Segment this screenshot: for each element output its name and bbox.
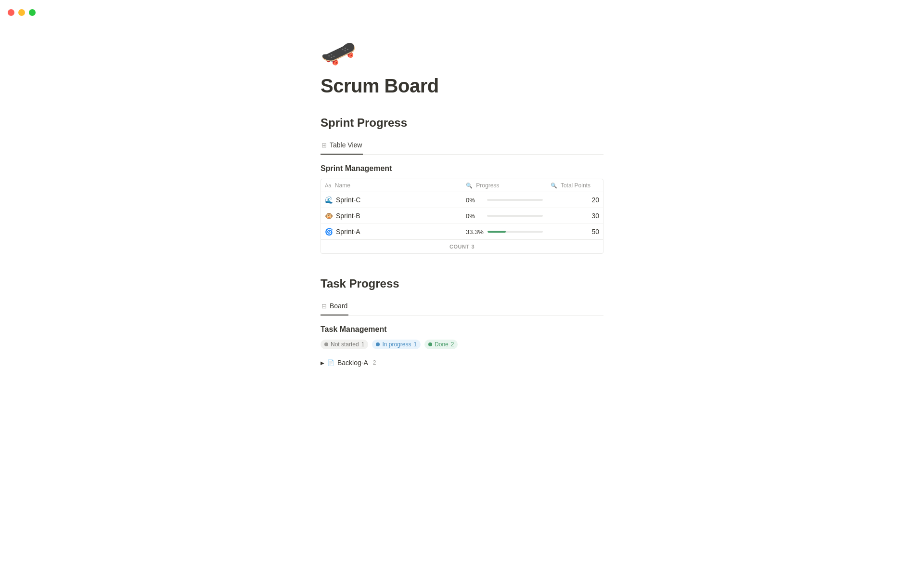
- sprint-progress-pct: 0%: [466, 197, 483, 204]
- progress-bar-bg: [487, 199, 543, 201]
- sprint-emoji: 🌀: [325, 228, 333, 236]
- sprint-name: Sprint-B: [336, 212, 360, 220]
- badge-not-started-count: 1: [361, 341, 365, 348]
- badge-in-progress[interactable]: In progress 1: [372, 340, 421, 349]
- sprint-table-wrapper: Aa Name 🔍 Progress 🔍 Total Points: [321, 179, 603, 254]
- sprint-count-row: COUNT 3: [321, 239, 603, 253]
- sprint-emoji: 🌊: [325, 196, 333, 204]
- col-header-name: Aa Name: [321, 179, 462, 192]
- progress-bar-bg: [487, 215, 543, 217]
- status-badges-row: Not started 1 In progress 1 Done 2: [321, 340, 603, 349]
- dot-in-progress: [376, 342, 380, 346]
- sprint-view-tabs: ⊞ Table View: [321, 137, 603, 155]
- sprint-row-points-cell: 50: [547, 224, 603, 240]
- sprint-row-points-cell: 30: [547, 208, 603, 224]
- count-value: 3: [471, 244, 475, 250]
- sprint-row-progress-cell: 0%: [462, 208, 547, 224]
- progress-bar-bg: [488, 231, 543, 233]
- sprint-progress-title: Sprint Progress: [321, 116, 603, 130]
- count-label: COUNT: [449, 244, 470, 250]
- dot-not-started: [324, 342, 328, 346]
- tab-board-view-label: Board: [330, 302, 347, 310]
- sprint-progress-pct: 0%: [466, 212, 483, 220]
- backlog-count: 2: [373, 359, 376, 366]
- main-content: 🛹 Scrum Board Sprint Progress ⊞ Table Vi…: [274, 0, 650, 428]
- page-icon: 🛹: [321, 39, 603, 67]
- sprint-row-progress-cell: 33.3%: [462, 224, 547, 240]
- sprint-table-row[interactable]: 🌀 Sprint-A 33.3% 50: [321, 224, 603, 240]
- tab-table-view-label: Table View: [330, 141, 362, 149]
- traffic-light-yellow[interactable]: [18, 9, 25, 16]
- sprint-row-name-cell: 🌊 Sprint-C: [321, 192, 462, 208]
- backlog-row[interactable]: ▶ 📄 Backlog-A 2: [321, 355, 603, 370]
- board-view-icon: ⊟: [321, 302, 327, 310]
- window-chrome: [0, 0, 924, 25]
- tab-table-view[interactable]: ⊞ Table View: [321, 137, 363, 155]
- sprint-row-progress-cell: 0%: [462, 192, 547, 208]
- badge-not-started-label: Not started: [331, 341, 359, 348]
- badge-done-label: Done: [435, 341, 449, 348]
- task-view-tabs: ⊟ Board: [321, 298, 603, 315]
- traffic-light-red[interactable]: [8, 9, 14, 16]
- badge-in-progress-label: In progress: [382, 341, 411, 348]
- sprint-name: Sprint-A: [336, 228, 360, 236]
- progress-col-icon: 🔍: [466, 183, 473, 188]
- sprint-row-points-cell: 20: [547, 192, 603, 208]
- sprint-db-title: Sprint Management: [321, 164, 603, 173]
- badge-in-progress-count: 1: [413, 341, 417, 348]
- sprint-table-row[interactable]: 🌊 Sprint-C 0% 20: [321, 192, 603, 208]
- table-view-icon: ⊞: [321, 142, 327, 149]
- col-progress-label: Progress: [476, 182, 499, 189]
- sprint-row-name-cell: 🐵 Sprint-B: [321, 208, 462, 224]
- col-points-label: Total Points: [561, 182, 590, 189]
- sprint-table-row[interactable]: 🐵 Sprint-B 0% 30: [321, 208, 603, 224]
- col-header-points: 🔍 Total Points: [547, 179, 603, 192]
- backlog-arrow-icon: ▶: [321, 360, 324, 366]
- backlog-page-icon: 📄: [327, 359, 334, 366]
- backlog-name: Backlog-A: [337, 359, 368, 367]
- name-col-icon: Aa: [325, 183, 331, 188]
- sprint-table: Aa Name 🔍 Progress 🔍 Total Points: [321, 179, 603, 239]
- points-col-icon: 🔍: [551, 183, 557, 188]
- traffic-light-green[interactable]: [29, 9, 36, 16]
- sprint-name: Sprint-C: [336, 196, 360, 204]
- task-db-title: Task Management: [321, 325, 603, 334]
- task-progress-title: Task Progress: [321, 277, 603, 290]
- sprint-row-name-cell: 🌀 Sprint-A: [321, 224, 462, 240]
- dot-done: [428, 342, 432, 346]
- col-header-progress: 🔍 Progress: [462, 179, 547, 192]
- sprint-table-header-row: Aa Name 🔍 Progress 🔍 Total Points: [321, 179, 603, 192]
- sprint-emoji: 🐵: [325, 212, 333, 220]
- col-name-label: Name: [335, 182, 350, 189]
- tab-board-view[interactable]: ⊟ Board: [321, 298, 348, 315]
- page-title: Scrum Board: [321, 75, 603, 97]
- sprint-progress-pct: 33.3%: [466, 228, 484, 236]
- badge-done[interactable]: Done 2: [424, 340, 458, 349]
- badge-not-started[interactable]: Not started 1: [321, 340, 368, 349]
- progress-bar-fill: [488, 231, 506, 233]
- badge-done-count: 2: [451, 341, 454, 348]
